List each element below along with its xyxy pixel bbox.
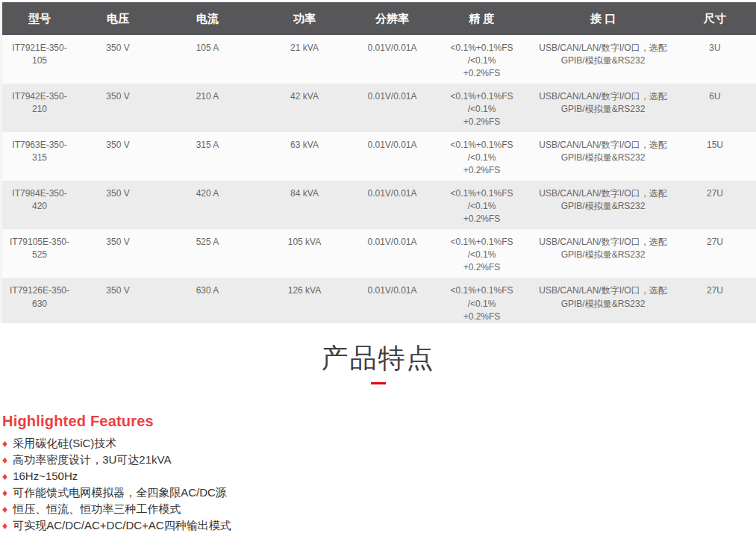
table-row: IT79105E-350- 525350 V525 A105 kVA0.01V/… <box>2 229 756 278</box>
column-header-current: 电流 <box>159 2 256 35</box>
table-cell: 21 kVA <box>256 35 353 84</box>
table-cell: IT7942E-350- 210 <box>2 84 77 132</box>
column-header-model: 型号 <box>2 2 77 35</box>
table-cell: 350 V <box>77 132 159 181</box>
table-cell: 0.01V/0.01A <box>353 35 431 84</box>
table-cell: 0.01V/0.01A <box>353 84 431 132</box>
table-cell: 630 A <box>159 278 256 326</box>
feature-text: 高功率密度设计，3U可达21kVA <box>13 453 171 466</box>
table-cell: 0.01V/0.01A <box>353 132 431 181</box>
diamond-bullet-icon: ♦ <box>2 437 7 449</box>
diamond-bullet-icon: ♦ <box>2 470 7 482</box>
table-cell: IT7984E-350- 420 <box>2 181 77 229</box>
table-cell: USB/CAN/LAN/数字I/O口，选配 GPIB/模拟量&RS232 <box>532 278 674 326</box>
column-header-resolution: 分辨率 <box>353 2 431 35</box>
table-cell: <0.1%+0.1%FS /<0.1% +0.2%FS <box>431 278 532 326</box>
table-cell: 350 V <box>77 84 159 132</box>
section-title: 产品特点 <box>0 323 756 374</box>
table-cell: IT7963E-350- 315 <box>2 132 77 181</box>
feature-item: ♦采用碳化硅(SiC)技术 <box>2 435 756 452</box>
column-header-size: 尺寸 <box>674 2 756 35</box>
feature-item: ♦高功率密度设计，3U可达21kVA <box>2 452 756 468</box>
spec-table-body: IT7921E-350- 105350 V105 A21 kVA0.01V/0.… <box>2 35 756 327</box>
table-row: IT79126E-350- 630350 V630 A126 kVA0.01V/… <box>2 278 756 326</box>
product-features-section: 产品特点 Highlighted Features ♦采用碳化硅(SiC)技术♦… <box>0 323 756 533</box>
table-cell: 42 kVA <box>256 84 353 132</box>
table-cell: USB/CAN/LAN/数字I/O口，选配 GPIB/模拟量&RS232 <box>532 35 674 84</box>
table-row: IT7963E-350- 315350 V315 A63 kVA0.01V/0.… <box>2 132 756 181</box>
table-cell: <0.1%+0.1%FS /<0.1% +0.2%FS <box>431 229 532 278</box>
table-cell: 350 V <box>77 229 159 278</box>
feature-text: 可实现AC/DC/AC+DC/DC+AC四种输出模式 <box>13 519 231 532</box>
feature-text: 恒压、恒流、恒功率三种工作模式 <box>13 502 181 515</box>
table-cell: <0.1%+0.1%FS /<0.1% +0.2%FS <box>431 84 532 132</box>
table-cell: 126 kVA <box>256 278 353 326</box>
table-cell: 0.01V/0.01A <box>353 278 431 326</box>
diamond-bullet-icon: ♦ <box>2 454 7 466</box>
table-cell: 420 A <box>159 181 256 229</box>
table-cell: IT7921E-350- 105 <box>2 35 77 84</box>
feature-item: ♦可实现AC/DC/AC+DC/DC+AC四种输出模式 <box>2 517 756 533</box>
table-cell: 84 kVA <box>256 181 353 229</box>
diamond-bullet-icon: ♦ <box>2 503 7 515</box>
table-header-row: 型号 电压 电流 功率 分辨率 精 度 接 口 尺寸 <box>2 2 756 35</box>
spec-table-section: 型号 电压 电流 功率 分辨率 精 度 接 口 尺寸 IT7921E-350- … <box>0 2 756 323</box>
table-cell: <0.1%+0.1%FS /<0.1% +0.2%FS <box>431 35 532 84</box>
table-cell: 350 V <box>77 35 159 84</box>
feature-text: 16Hz~150Hz <box>13 470 78 482</box>
table-row: IT7921E-350- 105350 V105 A21 kVA0.01V/0.… <box>2 35 756 84</box>
table-cell: 27U <box>674 181 756 229</box>
table-cell: 105 A <box>159 35 256 84</box>
table-cell: 105 kVA <box>256 229 353 278</box>
table-cell: USB/CAN/LAN/数字I/O口，选配 GPIB/模拟量&RS232 <box>532 132 674 181</box>
column-header-accuracy: 精 度 <box>431 2 532 35</box>
features-list: ♦采用碳化硅(SiC)技术♦高功率密度设计，3U可达21kVA♦16Hz~150… <box>0 435 756 533</box>
table-cell: 350 V <box>77 278 159 326</box>
diamond-bullet-icon: ♦ <box>2 487 7 499</box>
table-cell: 0.01V/0.01A <box>353 181 431 229</box>
table-cell: 27U <box>674 278 756 326</box>
diamond-bullet-icon: ♦ <box>2 520 7 532</box>
column-header-voltage: 电压 <box>77 2 159 35</box>
table-cell: 15U <box>674 132 756 181</box>
table-cell: 525 A <box>159 229 256 278</box>
table-cell: 210 A <box>159 84 256 132</box>
table-row: IT7984E-350- 420350 V420 A84 kVA0.01V/0.… <box>2 181 756 229</box>
table-cell: IT79105E-350- 525 <box>2 229 77 278</box>
column-header-power: 功率 <box>256 2 353 35</box>
feature-item: ♦16Hz~150Hz <box>2 468 756 484</box>
table-cell: USB/CAN/LAN/数字I/O口，选配 GPIB/模拟量&RS232 <box>532 84 674 132</box>
table-cell: 63 kVA <box>256 132 353 181</box>
table-cell: 6U <box>674 84 756 132</box>
feature-item: ♦可作能馈式电网模拟器，全四象限AC/DC源 <box>2 484 756 501</box>
table-cell: <0.1%+0.1%FS /<0.1% +0.2%FS <box>431 181 532 229</box>
table-cell: USB/CAN/LAN/数字I/O口，选配 GPIB/模拟量&RS232 <box>532 229 674 278</box>
highlighted-features-heading: Highlighted Features <box>2 412 756 430</box>
spec-table: 型号 电压 电流 功率 分辨率 精 度 接 口 尺寸 IT7921E-350- … <box>2 2 756 327</box>
table-cell: 350 V <box>77 181 159 229</box>
table-cell: 27U <box>674 229 756 278</box>
table-cell: <0.1%+0.1%FS /<0.1% +0.2%FS <box>431 132 532 181</box>
table-cell: 0.01V/0.01A <box>353 229 431 278</box>
table-cell: IT79126E-350- 630 <box>2 278 77 326</box>
table-cell: 3U <box>674 35 756 84</box>
title-underline-dash <box>371 382 386 384</box>
feature-text: 可作能馈式电网模拟器，全四象限AC/DC源 <box>13 486 227 499</box>
feature-item: ♦恒压、恒流、恒功率三种工作模式 <box>2 501 756 517</box>
column-header-interface: 接 口 <box>532 2 674 35</box>
feature-text: 采用碳化硅(SiC)技术 <box>13 437 116 449</box>
table-cell: 315 A <box>159 132 256 181</box>
table-row: IT7942E-350- 210350 V210 A42 kVA0.01V/0.… <box>2 84 756 132</box>
table-cell: USB/CAN/LAN/数字I/O口，选配 GPIB/模拟量&RS232 <box>532 181 674 229</box>
